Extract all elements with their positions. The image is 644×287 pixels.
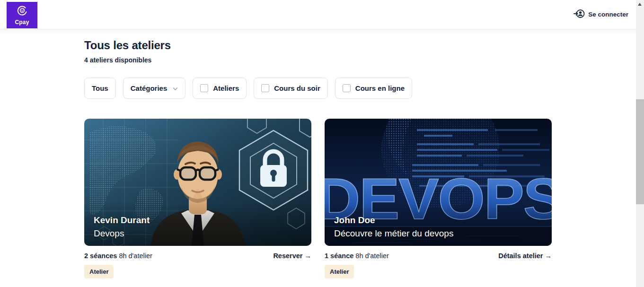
cpay-logo[interactable]: Cpay: [7, 2, 37, 28]
instructor-name: John Doe: [334, 214, 453, 227]
details-label: Détails atelier: [498, 252, 543, 260]
logo-label: Cpay: [15, 19, 29, 26]
login-button[interactable]: Se connecter: [573, 9, 628, 21]
workshop-card-devops: Kevin Durant Devops 2 séances 8h d'ateli…: [84, 119, 311, 278]
session-info: 1 séance 8h d'atelier: [325, 252, 389, 260]
filter-ateliers-checkbox-button[interactable]: Ateliers: [193, 78, 247, 99]
filter-bar: Tous Catégories Ateliers Cours du soir C…: [84, 78, 552, 99]
reserve-label: Reserver: [273, 252, 302, 260]
category-badge: Atelier: [325, 265, 354, 278]
session-count: 2 séances: [84, 252, 117, 260]
chevron-down-icon: [173, 84, 178, 92]
login-label: Se connecter: [588, 11, 628, 18]
cpay-logo-icon: [17, 5, 28, 18]
card-footer: 2 séances 8h d'atelier Reserver →: [84, 252, 311, 260]
filter-all-label: Tous: [92, 84, 108, 92]
cours-du-soir-checkbox[interactable]: [261, 84, 269, 92]
scrollbar-thumb[interactable]: [636, 99, 644, 204]
session-duration: 8h d'atelier: [119, 252, 152, 260]
workshop-card-list: Kevin Durant Devops 2 séances 8h d'ateli…: [84, 119, 552, 278]
card-overlay-text: Kevin Durant Devops: [94, 214, 150, 240]
category-badge: Atelier: [84, 265, 114, 278]
cours-en-ligne-checkbox[interactable]: [343, 84, 351, 92]
details-link[interactable]: Détails atelier →: [498, 252, 552, 260]
filter-cours-en-ligne-checkbox-button[interactable]: Cours en ligne: [335, 78, 412, 99]
workshop-image-devops[interactable]: DEVOPS John Doe Découvre le métier du de…: [325, 119, 552, 246]
page-subtitle: 4 ateliers disponibles: [84, 56, 552, 64]
instructor-name: Kevin Durant: [94, 214, 150, 227]
filter-categories-dropdown[interactable]: Catégories: [123, 78, 186, 99]
session-count: 1 séance: [325, 252, 353, 260]
filter-cours-du-soir-checkbox-button[interactable]: Cours du soir: [254, 78, 328, 99]
vertical-scrollbar[interactable]: [636, 0, 644, 287]
reserve-link[interactable]: Reserver →: [273, 252, 311, 260]
scroll-up-arrow[interactable]: [638, 3, 642, 6]
page-title: Tous les ateliers: [84, 39, 552, 52]
login-icon: [573, 9, 585, 21]
workshop-title: Découvre le métier du devops: [334, 227, 453, 240]
workshop-card-devops-metier: DEVOPS John Doe Découvre le métier du de…: [325, 119, 552, 278]
filter-ateliers-label: Ateliers: [213, 84, 239, 92]
session-info: 2 séances 8h d'atelier: [84, 252, 152, 260]
main-content: Tous les ateliers 4 ateliers disponibles…: [84, 29, 552, 278]
ateliers-checkbox[interactable]: [200, 84, 208, 92]
filter-categories-label: Catégories: [131, 84, 168, 92]
filter-cours-du-soir-label: Cours du soir: [274, 84, 320, 92]
workshop-title: Devops: [94, 227, 150, 240]
card-footer: 1 séance 8h d'atelier Détails atelier →: [325, 252, 552, 260]
top-navbar: Cpay Se connecter: [0, 0, 636, 29]
filter-cours-en-ligne-label: Cours en ligne: [355, 84, 405, 92]
card-overlay-text: John Doe Découvre le métier du devops: [334, 214, 453, 240]
session-duration: 8h d'atelier: [355, 252, 388, 260]
filter-all-button[interactable]: Tous: [84, 78, 116, 99]
arrow-right-icon: →: [545, 252, 552, 260]
arrow-right-icon: →: [305, 252, 312, 260]
workshop-image-cybersecurity[interactable]: Kevin Durant Devops: [84, 119, 311, 246]
